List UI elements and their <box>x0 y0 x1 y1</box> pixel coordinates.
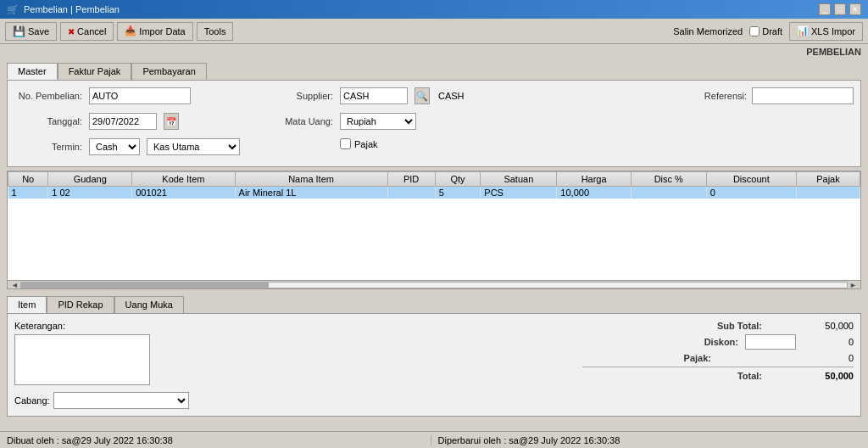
col-harga: Harga <box>557 172 632 187</box>
col-gudang: Gudang <box>48 172 132 187</box>
pajak-total-row: Pajak: 0 <box>582 353 854 363</box>
scroll-left-arrow[interactable]: ◄ <box>9 281 20 289</box>
table-row[interactable]: 1 1 02 001021 Air Mineral 1L 5 PCS 10,00… <box>8 187 860 199</box>
app-icon: 🛒 <box>7 4 19 15</box>
title-bar: 🛒 Pembelian | Pembelian _ □ ✕ <box>0 0 868 19</box>
cell-disc-pct <box>631 187 706 199</box>
keterangan-textarea[interactable] <box>14 334 150 385</box>
cabang-select[interactable] <box>53 392 189 409</box>
total-value: 50,000 <box>769 371 854 381</box>
horizontal-scrollbar[interactable]: ◄ ► <box>8 280 860 288</box>
cell-kode-item: 001021 <box>132 187 235 199</box>
supplier-name: CASH <box>438 91 465 101</box>
impor-icon <box>125 25 136 36</box>
save-icon <box>13 25 25 37</box>
diskon-value: 0 <box>803 337 854 347</box>
sub-total-label: Sub Total: <box>694 321 762 331</box>
tab-uang-muka[interactable]: Uang Muka <box>114 296 184 313</box>
diskon-row: Diskon: 0 <box>582 334 854 350</box>
diskon-label: Diskon: <box>670 337 738 347</box>
xls-icon <box>797 25 809 36</box>
col-kode-item: Kode Item <box>132 172 235 187</box>
status-left: Dibuat oleh : sa@29 July 2022 16:30:38 <box>7 435 431 445</box>
tab-item[interactable]: Item <box>7 296 47 313</box>
scroll-right-arrow[interactable]: ► <box>848 281 859 289</box>
calendar-button[interactable] <box>164 113 179 130</box>
cell-pajak <box>796 187 860 199</box>
termin-label: Termin: <box>14 142 82 152</box>
search-icon: 🔍 <box>416 91 428 102</box>
cell-harga: 10,000 <box>557 187 632 199</box>
referensi-label: Referensi: <box>679 91 747 101</box>
xls-impor-button[interactable]: XLS Impor <box>789 22 863 41</box>
supplier-search-button[interactable]: 🔍 <box>415 87 430 104</box>
tab-master[interactable]: Master <box>7 63 58 80</box>
termin-row: Termin: Cash Kas Utama <box>14 138 240 155</box>
pajak-checkbox-label: Pajak <box>340 138 378 149</box>
cell-nama-item: Air Mineral 1L <box>235 187 387 199</box>
form-panel: No. Pembelian: Tanggal: Termin: Cash <box>7 80 861 167</box>
pajak-label: Pajak <box>354 139 378 149</box>
no-pembelian-label: No. Pembelian: <box>14 91 82 101</box>
referensi-input[interactable] <box>752 87 854 104</box>
bottom-section: Item PID Rekap Uang Muka Keterangan: Cab… <box>0 296 868 420</box>
pajak-checkbox[interactable] <box>340 138 351 149</box>
main-tabs: Master Faktur Pajak Pembayaran <box>7 63 861 80</box>
col-discount: Discount <box>706 172 796 187</box>
cancel-button[interactable]: Cancel <box>60 22 114 41</box>
diskon-input[interactable] <box>745 334 796 350</box>
bottom-panel: Keterangan: Cabang: Sub Total: 50,000 Di… <box>7 313 861 417</box>
tanggal-label: Tanggal: <box>14 116 82 126</box>
cell-discount: 0 <box>706 187 796 199</box>
salin-memorized-button[interactable]: Salin Memorized <box>673 26 743 36</box>
status-bar: Dibuat oleh : sa@29 July 2022 16:30:38 D… <box>0 431 868 448</box>
minimize-button[interactable]: _ <box>819 3 831 15</box>
mata-uang-row: Mata Uang: Rupiah <box>265 113 465 130</box>
tanggal-row: Tanggal: <box>14 113 240 130</box>
window-title: Pembelian | Pembelian <box>24 4 120 14</box>
bottom-tabs: Item PID Rekap Uang Muka <box>7 296 861 313</box>
supplier-label: Supplier: <box>265 91 333 101</box>
table-header-row: No Gudang Kode Item Nama Item PID Qty Sa… <box>8 172 860 187</box>
col-nama-item: Nama Item <box>235 172 387 187</box>
total-row: Total: 50,000 <box>582 367 854 381</box>
col-pajak: Pajak <box>796 172 860 187</box>
pajak-row: Pajak <box>265 138 465 149</box>
cancel-icon <box>68 26 75 36</box>
section-header: PEMBELIAN <box>0 44 868 59</box>
scrollbar-thumb[interactable] <box>21 283 269 288</box>
cabang-label: Cabang: <box>14 395 50 406</box>
data-table-wrapper: No Gudang Kode Item Nama Item PID Qty Sa… <box>7 171 861 289</box>
cell-no: 1 <box>8 187 48 199</box>
close-button[interactable]: ✕ <box>849 3 861 15</box>
cell-satuan: PCS <box>481 187 557 199</box>
sub-total-row: Sub Total: 50,000 <box>582 321 854 331</box>
totals-section: Sub Total: 50,000 Diskon: 0 Pajak: 0 Tot… <box>582 321 854 409</box>
supplier-row: Supplier: 🔍 CASH <box>265 87 465 104</box>
termin-select[interactable]: Cash <box>89 138 140 155</box>
tab-pid-rekap[interactable]: PID Rekap <box>47 296 114 313</box>
maximize-button[interactable]: □ <box>834 3 846 15</box>
toolbar-right: Salin Memorized Draft XLS Impor <box>673 22 863 41</box>
tab-faktur-pajak[interactable]: Faktur Pajak <box>58 63 132 80</box>
impor-data-button[interactable]: Impor Data <box>117 22 192 41</box>
total-label: Total: <box>694 371 762 381</box>
tanggal-input[interactable] <box>89 113 157 130</box>
col-pid: PID <box>387 172 435 187</box>
tab-pembayaran[interactable]: Pembayaran <box>131 63 206 80</box>
col-no: No <box>8 172 48 187</box>
tools-button[interactable]: Tools <box>197 22 234 41</box>
save-button[interactable]: Save <box>5 22 57 41</box>
scrollbar-track[interactable] <box>20 282 848 288</box>
mata-uang-label: Mata Uang: <box>265 116 333 126</box>
draft-label: Draft <box>749 26 782 36</box>
mata-uang-select[interactable]: Rupiah <box>340 113 416 130</box>
cell-gudang: 1 02 <box>48 187 132 199</box>
no-pembelian-input[interactable] <box>89 87 191 104</box>
draft-checkbox[interactable] <box>749 26 760 36</box>
keterangan-section: Keterangan: Cabang: <box>14 321 201 409</box>
keterangan-label: Keterangan: <box>14 321 201 331</box>
supplier-code-input[interactable] <box>340 87 408 104</box>
kas-select[interactable]: Kas Utama <box>147 138 240 155</box>
status-right: Diperbarui oleh : sa@29 July 2022 16:30:… <box>431 435 862 445</box>
